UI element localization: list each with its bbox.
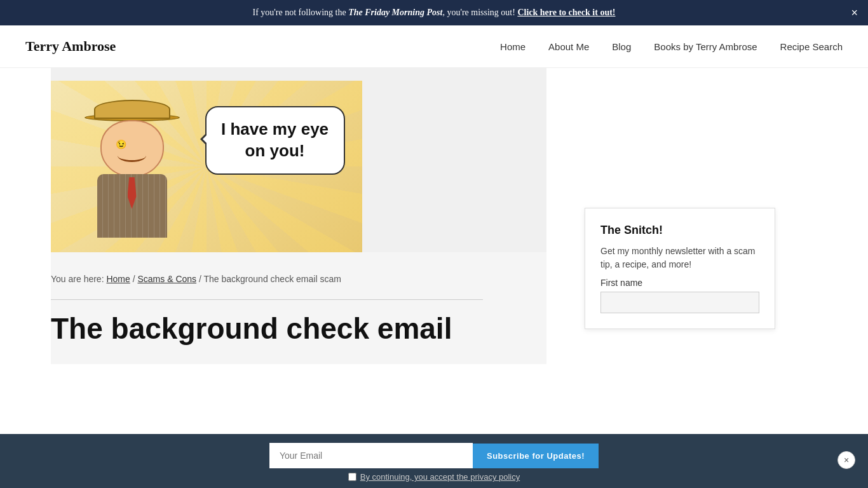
wink-eye: 😉	[116, 139, 126, 150]
suit	[97, 174, 167, 238]
comic-figure: 😉	[69, 93, 196, 240]
content-section: You are here: Home / Scams & Cons / The …	[51, 252, 546, 364]
face: 😉	[100, 120, 164, 177]
banner-link[interactable]: Click here to check it out!	[517, 8, 615, 17]
breadcrumb-current: The background check email scam	[204, 274, 341, 284]
first-name-label: First name	[600, 278, 759, 288]
sidebar: The Snitch! Get my monthly newsletter wi…	[572, 68, 788, 390]
sidebar-widget-newsletter: The Snitch! Get my monthly newsletter wi…	[585, 208, 775, 329]
article-title: The background check email	[51, 313, 546, 345]
nav-books[interactable]: Books by Terry Ambrose	[654, 41, 757, 52]
hat	[94, 100, 170, 119]
page-body: 😉 I have my eye on you! You are here: Ho…	[0, 68, 868, 390]
main-nav: Home About Me Blog Books by Terry Ambros…	[500, 41, 843, 52]
banner-close-button[interactable]: ×	[851, 7, 858, 18]
smile	[118, 149, 146, 162]
nav-blog[interactable]: Blog	[612, 41, 631, 52]
main-content: 😉 I have my eye on you! You are here: Ho…	[0, 68, 572, 390]
content-divider	[51, 299, 483, 300]
hero-image: 😉 I have my eye on you!	[51, 81, 362, 252]
nav-recipe-search[interactable]: Recipe Search	[780, 41, 843, 52]
hero-image-wrapper: 😉 I have my eye on you!	[51, 68, 546, 252]
banner-text: If you're not following the The Friday M…	[253, 8, 616, 17]
widget-title: The Snitch!	[600, 224, 759, 237]
breadcrumb-category[interactable]: Scams & Cons	[137, 274, 196, 284]
top-banner: If you're not following the The Friday M…	[0, 0, 868, 25]
breadcrumb-home[interactable]: Home	[106, 274, 130, 284]
nav-about-me[interactable]: About Me	[548, 41, 589, 52]
site-title[interactable]: Terry Ambrose	[25, 38, 116, 55]
nav-home[interactable]: Home	[500, 41, 526, 52]
first-name-input[interactable]	[600, 292, 759, 313]
widget-description: Get my monthly newsletter with a scam ti…	[600, 245, 759, 271]
site-header: Terry Ambrose Home About Me Blog Books b…	[0, 25, 868, 68]
speech-bubble: I have my eye on you!	[205, 106, 345, 175]
breadcrumb: You are here: Home / Scams & Cons / The …	[51, 265, 546, 293]
